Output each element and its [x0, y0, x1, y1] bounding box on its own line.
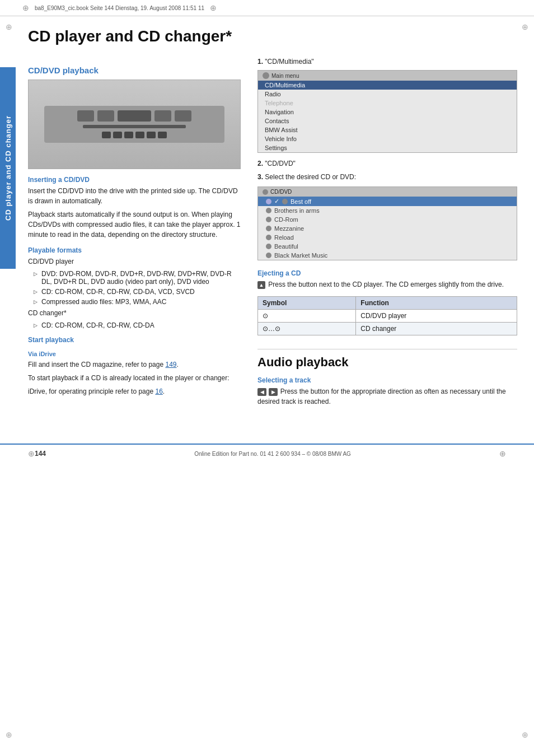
- reg-mark-left: ⊕: [22, 3, 29, 12]
- function-cd-dvd: CD/DVD player: [356, 310, 517, 323]
- dvd-disc-icon2: [266, 208, 271, 213]
- menu-item-radio[interactable]: Radio: [258, 90, 517, 99]
- dvd-disc-icon5: [266, 235, 271, 240]
- menu-item-vehicle-info[interactable]: Vehicle Info: [258, 134, 517, 143]
- inserting-title: Inserting a CD/DVD: [28, 176, 241, 184]
- cd-changer-label: CD changer*: [28, 308, 241, 318]
- dvd-menu-header: CD/DVD: [258, 187, 517, 197]
- cd-player-image: [28, 80, 241, 169]
- dvd-disc-icon: [282, 199, 288, 204]
- dvd-icon: [263, 189, 268, 195]
- cd-dvd-menu-screenshot: CD/DVD ✓ Best off Brothers in arms CD-Ro…: [257, 186, 517, 260]
- footer: ⊕ 144 Online Edition for Part no. 01 41 …: [0, 444, 534, 463]
- via-idrive-title: Via iDrive: [28, 351, 241, 357]
- right-column: 1. "CD/Multimedia" Main menu CD/Multimed…: [257, 57, 517, 410]
- link-16[interactable]: 16: [155, 388, 162, 395]
- menu-item-settings[interactable]: Settings: [258, 143, 517, 152]
- formats-title: Playable formats: [28, 246, 241, 254]
- cd-dvd-playback-title: CD/DVD playback: [28, 66, 241, 75]
- link-149[interactable]: 149: [165, 361, 176, 368]
- formats-cd-dvd-label: CD/DVD player: [28, 256, 241, 267]
- dvd-menu-item-black-market[interactable]: Black Market Music: [258, 251, 517, 260]
- start-playback-title: Start playback: [28, 336, 241, 344]
- via-idrive-text1: Fill and insert the CD magazine, refer t…: [28, 360, 241, 370]
- step1-label: 1. "CD/Multimedia": [257, 57, 517, 67]
- dvd-disc-icon7: [266, 253, 271, 258]
- list-item: CD: CD-ROM, CD-R, CD-RW, CD-DA, VCD, SVC…: [34, 288, 241, 296]
- top-bar: ⊕ ba8_E90M3_cic.book Seite 144 Dienstag,…: [0, 0, 534, 16]
- symbol-cd-dvd: ⊙: [258, 310, 356, 323]
- selecting-track-title: Selecting a track: [257, 376, 517, 384]
- list-item: DVD: DVD-ROM, DVD-R, DVD+R, DVD-RW, DVD+…: [34, 270, 241, 286]
- next-track-btn[interactable]: ▶: [269, 388, 278, 396]
- list-item: Compressed audio files: MP3, WMA, AAC: [34, 298, 241, 306]
- dvd-menu-item-reload[interactable]: Reload: [258, 233, 517, 242]
- footer-reg-left: ⊕: [28, 449, 35, 458]
- ejecting-title: Ejecting a CD: [257, 269, 517, 277]
- prev-track-btn[interactable]: ◀: [257, 388, 266, 396]
- step3-label: 3. Select the desired CD or DVD:: [257, 172, 517, 182]
- symbol-cd-changer: ⊙…⊙: [258, 323, 356, 335]
- dvd-disc-icon3: [266, 217, 271, 222]
- table-header-symbol: Symbol: [258, 297, 356, 310]
- inserting-text2: Playback starts automatically if the sou…: [28, 209, 241, 240]
- step2-label: 2. "CD/DVD": [257, 158, 517, 169]
- menu-item-contacts[interactable]: Contacts: [258, 116, 517, 125]
- dvd-menu-item-cdrom[interactable]: CD-Rom: [258, 215, 517, 224]
- symbol-table: Symbol Function ⊙ CD/DVD player ⊙…⊙ CD c…: [257, 296, 517, 335]
- dvd-menu-item-brothers[interactable]: Brothers in arms: [258, 206, 517, 215]
- dvd-menu-item-beautiful[interactable]: Beautiful: [258, 242, 517, 251]
- cd-changer-format-list: CD: CD-ROM, CD-R, CD-RW, CD-DA: [34, 321, 241, 329]
- main-content: CD player and CD changer* CD/DVD playbac…: [28, 16, 517, 410]
- function-cd-changer: CD changer: [356, 323, 517, 335]
- eject-icon: ▲: [257, 281, 265, 289]
- dvd-menu-item-best-off[interactable]: ✓ Best off: [258, 197, 517, 206]
- list-item: CD: CD-ROM, CD-R, CD-RW, CD-DA: [34, 321, 241, 329]
- table-row: ⊙ CD/DVD player: [258, 310, 517, 323]
- menu-item-telephone: Telephone: [258, 99, 517, 108]
- corner-mark-tr: ⊕: [522, 22, 528, 31]
- main-menu-screenshot: Main menu CD/Multimedia Radio Telephone …: [257, 70, 517, 153]
- selecting-track-text: ◀ ▶ Press the button for the appropriate…: [257, 386, 517, 407]
- two-col-layout: CD/DVD playback: [28, 57, 517, 410]
- dvd-disc-icon6: [266, 244, 271, 249]
- corner-mark-bl: ⊕: [6, 730, 12, 739]
- format-list: DVD: DVD-ROM, DVD-R, DVD+R, DVD-RW, DVD+…: [34, 270, 241, 306]
- via-idrive-text2: To start playback if a CD is already loc…: [28, 373, 241, 383]
- side-tab: CD player and CD changer: [0, 67, 16, 269]
- dvd-menu-item-mezzanine[interactable]: Mezzanine: [258, 224, 517, 233]
- menu-item-cd-multimedia[interactable]: CD/Multimedia: [258, 81, 517, 90]
- page-title: CD player and CD changer*: [28, 27, 517, 45]
- menu-header-icon: [263, 72, 269, 79]
- footer-reg-right: ⊕: [499, 449, 506, 458]
- left-column: CD/DVD playback: [28, 57, 241, 410]
- menu-header: Main menu: [258, 71, 517, 81]
- dvd-check-icon: [266, 199, 271, 204]
- top-bar-text: ba8_E90M3_cic.book Seite 144 Dienstag, 1…: [35, 5, 204, 11]
- footer-copyright: Online Edition for Part no. 01 41 2 600 …: [46, 451, 499, 457]
- table-row: ⊙…⊙ CD changer: [258, 323, 517, 335]
- table-header-function: Function: [356, 297, 517, 310]
- inserting-text1: Insert the CD/DVD into the drive with th…: [28, 186, 241, 206]
- via-idrive-text3: iDrive, for operating principle refer to…: [28, 386, 241, 396]
- corner-mark-tl: ⊕: [6, 22, 12, 31]
- footer-page-number: 144: [35, 450, 46, 458]
- ejecting-text: ▲ Press the button next to the CD player…: [257, 279, 517, 290]
- menu-item-bmw-assist[interactable]: BMW Assist: [258, 125, 517, 134]
- audio-playback-section: Audio playback Selecting a track ◀ ▶ Pre…: [257, 349, 517, 407]
- menu-item-navigation[interactable]: Navigation: [258, 108, 517, 116]
- reg-mark-right: ⊕: [210, 3, 217, 12]
- audio-playback-title: Audio playback: [257, 355, 517, 370]
- corner-mark-br: ⊕: [522, 730, 528, 739]
- dvd-disc-icon4: [266, 226, 271, 231]
